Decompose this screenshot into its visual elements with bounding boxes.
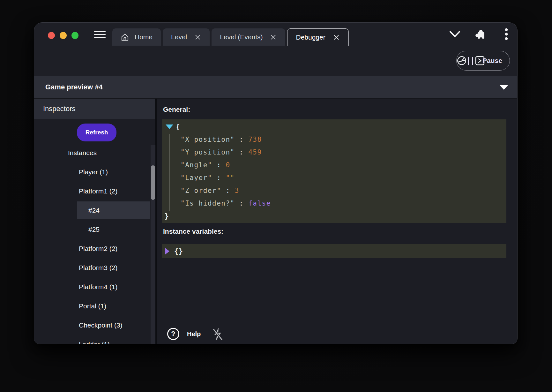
tree-item[interactable]: Portal (1)	[34, 297, 155, 316]
property-line: "Angle" : 0	[162, 159, 506, 171]
tree-item[interactable]: Platform2 (2)	[34, 239, 155, 258]
tree-item-label: Player (1)	[79, 168, 108, 176]
tree-item-label: #24	[88, 207, 100, 214]
tab-level[interactable]: Level	[163, 28, 210, 46]
instance-inspector: General: { "X position" : 738	[157, 99, 517, 344]
indent-guide	[169, 134, 170, 211]
content-area: Inspectors Refresh Instances Player (1) …	[34, 99, 517, 344]
property-key: "Is hidden?"	[181, 200, 235, 207]
pause-button[interactable]: Pause	[456, 51, 510, 71]
tree-item[interactable]: Platform1 (2)	[34, 182, 155, 201]
instances-tree: Instances Player (1) Platform1 (2) #24	[34, 143, 155, 344]
minimize-window-button[interactable]	[60, 32, 67, 39]
tree-item[interactable]: Instances	[34, 143, 155, 162]
refresh-button[interactable]: Refresh	[77, 124, 116, 141]
debugger-toolbar: Pause	[34, 46, 517, 76]
tree-item[interactable]: Ladder (1)	[34, 335, 155, 344]
tree-item-label: Platform3 (2)	[79, 264, 117, 272]
instance-variables-label: Instance variables:	[163, 228, 223, 235]
inspectors-title: Inspectors	[43, 105, 76, 113]
debugger-window: Home Level Level (Events) De	[34, 22, 518, 344]
json-open-line: {	[162, 120, 506, 133]
general-properties-panel: { "X position" : 738 "Y position" :	[162, 119, 506, 223]
close-brace: }	[165, 212, 169, 220]
game-preview-title: Game preview #4	[45, 83, 103, 91]
collapse-triangle-icon[interactable]	[166, 124, 173, 129]
tree-item-label: #25	[88, 226, 100, 233]
help-button[interactable]: ? Help	[167, 328, 201, 340]
tab-label: Home	[135, 33, 153, 41]
tab-home[interactable]: Home	[112, 28, 161, 46]
property-separator: :	[235, 200, 248, 207]
property-list: "X position" : 738 "Y position" : 459	[162, 133, 506, 210]
kebab-menu-icon[interactable]	[504, 23, 508, 46]
tab-label: Level	[171, 33, 187, 41]
instance-variables-panel: {}	[162, 244, 506, 258]
json-close-line: }	[162, 210, 506, 222]
chevron-down-icon[interactable]	[449, 23, 460, 46]
question-mark-icon: ?	[167, 328, 179, 340]
property-key: "Z order"	[181, 187, 221, 194]
help-label: Help	[187, 330, 201, 338]
property-value: 0	[226, 161, 230, 169]
tree-item[interactable]: Player (1)	[34, 162, 155, 182]
zoom-window-button[interactable]	[71, 32, 78, 39]
game-preview-header[interactable]: Game preview #4	[34, 76, 517, 99]
property-value: 3	[235, 187, 239, 194]
sidebar-scrollbar-thumb[interactable]	[151, 165, 155, 200]
tree-item-label: Ladder (1)	[79, 341, 110, 344]
property-key: "Layer"	[181, 174, 212, 182]
property-key: "X position"	[181, 136, 235, 143]
tree-item-label: Platform1 (2)	[79, 187, 117, 195]
property-line: "Z order" : 3	[162, 184, 506, 197]
tree-item[interactable]: #24	[34, 201, 155, 220]
tab-debugger[interactable]: Debugger	[287, 28, 348, 46]
sidebar-scrollbar-track[interactable]	[151, 145, 155, 344]
title-bar: Home Level Level (Events) De	[34, 23, 517, 46]
property-separator: :	[235, 136, 248, 143]
expand-triangle-icon[interactable]	[165, 248, 169, 254]
tree-item-label: Platform2 (2)	[79, 245, 117, 253]
property-separator: :	[212, 174, 226, 182]
tab-label: Level (Events)	[220, 33, 263, 41]
home-icon	[121, 33, 129, 41]
tree-item[interactable]: #25	[34, 220, 155, 239]
tree-item-label: Platform4 (1)	[79, 283, 117, 291]
property-value: false	[248, 200, 271, 207]
property-line: "Y position" : 459	[162, 146, 506, 159]
tree-item[interactable]: Platform4 (1)	[34, 277, 155, 297]
inspectors-header: Inspectors	[34, 99, 155, 119]
open-brace: {	[176, 123, 180, 131]
close-window-button[interactable]	[48, 32, 55, 39]
dropdown-caret-icon[interactable]	[499, 85, 508, 90]
general-section-label: General:	[163, 106, 190, 113]
instance-variables-value: {}	[174, 247, 183, 255]
property-value: 738	[248, 136, 262, 143]
tab-bar: Home Level Level (Events) De	[112, 28, 351, 46]
property-separator: :	[235, 148, 248, 156]
tree-item[interactable]: Checkpoint (3)	[34, 316, 155, 335]
property-separator: :	[212, 161, 226, 169]
inspectors-sidebar: Inspectors Refresh Instances Player (1) …	[34, 99, 155, 344]
puzzle-extension-icon[interactable]	[474, 23, 487, 46]
pause-icon	[468, 57, 473, 65]
flash-off-icon[interactable]	[212, 327, 223, 341]
property-value: 459	[248, 148, 262, 156]
tree-item-label: Checkpoint (3)	[79, 321, 123, 329]
close-icon[interactable]	[194, 34, 201, 41]
close-icon[interactable]	[332, 34, 340, 41]
property-line: "Layer" : ""	[162, 171, 506, 184]
property-line: "Is hidden?" : false	[162, 197, 506, 210]
main-menu-icon[interactable]	[94, 30, 106, 39]
close-icon[interactable]	[270, 34, 277, 41]
tree-item-label: Instances	[68, 149, 97, 157]
property-key: "Angle"	[181, 161, 212, 169]
instance-variables-line: {}	[162, 244, 506, 258]
property-key: "Y position"	[181, 148, 235, 156]
pause-label: Pause	[482, 57, 502, 64]
property-value: ""	[226, 174, 235, 182]
help-row: ? Help	[157, 328, 517, 341]
tree-item[interactable]: Platform3 (2)	[34, 258, 155, 277]
tab-level-events[interactable]: Level (Events)	[212, 28, 285, 46]
tab-label: Debugger	[296, 34, 325, 41]
